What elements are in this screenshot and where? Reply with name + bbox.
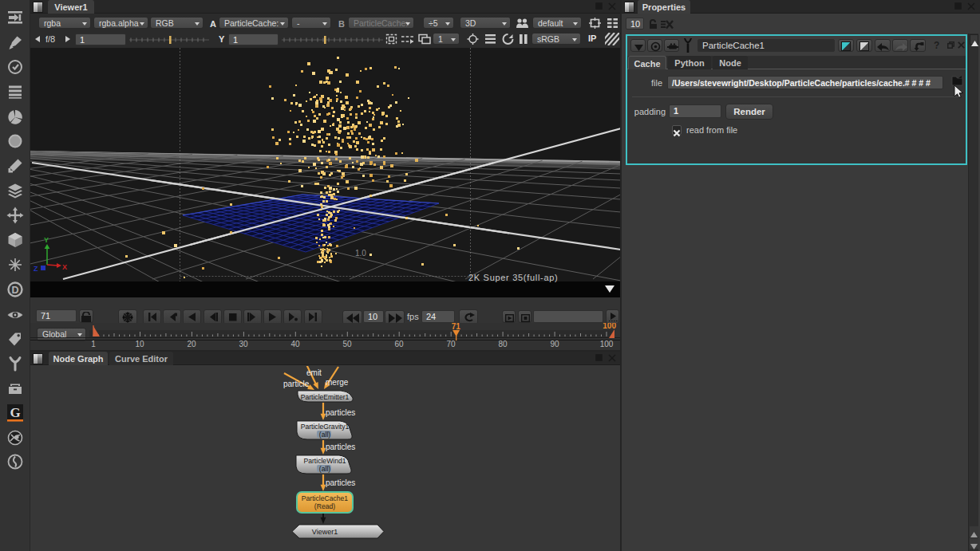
svg-text:1.0: 1.0 xyxy=(355,249,366,258)
svg-text:100: 100 xyxy=(603,323,616,330)
svg-text:G: G xyxy=(10,405,20,420)
svg-text:50: 50 xyxy=(342,340,352,348)
svg-text:particles: particles xyxy=(326,408,355,417)
svg-text:Z: Z xyxy=(34,265,38,273)
svg-text:D: D xyxy=(11,285,18,296)
svg-text:Y: Y xyxy=(44,236,49,244)
svg-text:(all): (all) xyxy=(319,465,330,473)
svg-text:Viewer1: Viewer1 xyxy=(312,528,338,536)
svg-text:(Read): (Read) xyxy=(314,502,335,510)
svg-text:20: 20 xyxy=(187,340,196,348)
svg-text:emit: emit xyxy=(306,368,322,377)
svg-text:80: 80 xyxy=(498,340,508,348)
svg-text:1: 1 xyxy=(91,340,96,348)
svg-text:90: 90 xyxy=(550,340,559,348)
svg-text:70: 70 xyxy=(446,340,456,348)
svg-text:ParticleCache1: ParticleCache1 xyxy=(302,494,348,502)
svg-text:particles: particles xyxy=(326,478,355,487)
svg-text:particles: particles xyxy=(326,443,355,451)
svg-text:40: 40 xyxy=(290,340,300,348)
svg-text:ParticleWind1: ParticleWind1 xyxy=(303,457,346,465)
svg-text:100: 100 xyxy=(600,340,614,348)
svg-text:60: 60 xyxy=(394,340,404,348)
svg-text:30: 30 xyxy=(239,340,248,348)
svg-text:particle: particle xyxy=(283,380,310,388)
svg-text:X: X xyxy=(62,263,67,271)
svg-text:ParticleGravity1: ParticleGravity1 xyxy=(301,423,350,431)
svg-text:(all): (all) xyxy=(319,431,330,439)
svg-text:71: 71 xyxy=(452,323,461,331)
svg-text:10: 10 xyxy=(135,340,144,348)
svg-text:ParticleEmitter1: ParticleEmitter1 xyxy=(301,393,350,401)
svg-text:merge: merge xyxy=(326,378,349,387)
